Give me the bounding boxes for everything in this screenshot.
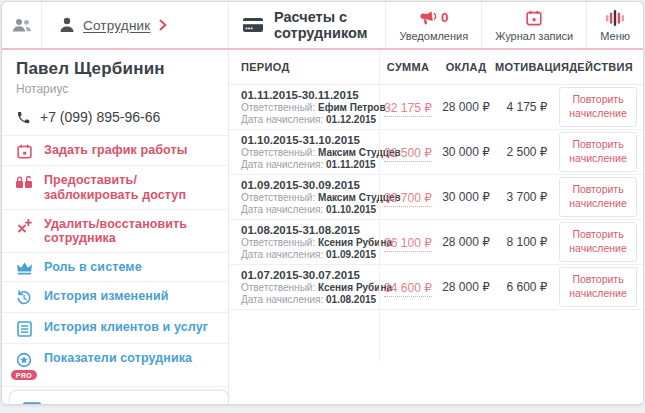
header-motivation: МОТИВАЦИЯ	[495, 61, 569, 73]
sidebar-item-delete-restore[interactable]: Удалить/восстановить сотрудника	[2, 210, 228, 254]
period-range: 01.11.2015-30.11.2015	[241, 89, 379, 101]
motivation-value: 2 500 ₽	[495, 145, 559, 159]
sidebar-item-system-role[interactable]: Роль в системе	[2, 253, 228, 282]
sum-value-link[interactable]: 36 100 ₽	[384, 236, 432, 252]
accrual-date-line: Дата начисления: 01.10.2015	[241, 204, 379, 215]
table-column-divider	[379, 50, 380, 362]
sidebar-item-client-history[interactable]: История клиентов и услуг	[2, 313, 228, 344]
sum-value-link[interactable]: 32 175 ₽	[384, 101, 432, 117]
accrual-date-line: Дата начисления: 01.08.2015	[241, 294, 379, 305]
card-icon	[23, 402, 41, 405]
person-icon	[60, 17, 74, 33]
equalizer-heart-icon	[605, 9, 625, 27]
sidebar-item-settlements-selected[interactable]: PRO Расчеты с сотрудником	[9, 390, 229, 405]
table-header-row: ПЕРИОД СУММА ОКЛАД МОТИВАЦИЯ ДЕЙСТВИЯ	[229, 50, 643, 85]
salary-value: 28 000 ₽	[437, 235, 495, 249]
clients-nav-button[interactable]	[2, 2, 42, 48]
motivation-value: 6 600 ₽	[495, 280, 559, 294]
repeat-accrual-button[interactable]: Повторить начисление	[559, 87, 637, 126]
notifications-count-badge: 0	[441, 10, 449, 25]
page-title: Расчеты с сотрудником	[229, 2, 385, 48]
journal-label: Журнал записи	[495, 30, 573, 42]
calendar-icon	[14, 143, 34, 159]
phone-number: +7 (099) 895-96-66	[40, 109, 160, 125]
header-actions: ДЕЙСТВИЯ	[569, 61, 644, 73]
responsible-line: Ответственный: Максим Студцев	[241, 147, 379, 158]
settlements-table: ПЕРИОД СУММА ОКЛАД МОТИВАЦИЯ ДЕЙСТВИЯ 01…	[229, 50, 643, 404]
header-salary: ОКЛАД	[437, 61, 495, 73]
responsible-line: Ответственный: Максим Студцев	[241, 192, 379, 203]
notifications-label: Уведомления	[399, 30, 468, 42]
crown-icon	[14, 260, 34, 275]
header-sum: СУММА	[379, 61, 437, 73]
list-icon	[14, 320, 34, 337]
delete-restore-icon	[14, 217, 34, 234]
history-icon	[14, 289, 34, 306]
motivation-value: 8 100 ₽	[495, 235, 559, 249]
repeat-accrual-button[interactable]: Повторить начисление	[559, 222, 637, 261]
chevron-right-icon	[159, 19, 167, 31]
breadcrumb-label: Сотрудник	[83, 18, 150, 33]
menu-label: Меню	[600, 30, 630, 42]
salary-value: 28 000 ₽	[437, 100, 495, 114]
repeat-accrual-button[interactable]: Повторить начисление	[559, 177, 637, 216]
repeat-accrual-button[interactable]: Повторить начисление	[559, 132, 637, 171]
employee-role: Нотариус	[16, 82, 214, 96]
table-body: 01.11.2015-30.11.2015 Ответственный: Ефи…	[229, 85, 643, 310]
calendar-icon	[526, 10, 542, 26]
table-row: 01.11.2015-30.11.2015 Ответственный: Ефи…	[229, 85, 643, 130]
employee-profile: Павел Щербинин Нотариус	[2, 50, 228, 101]
header-period: ПЕРИОД	[229, 61, 379, 73]
sum-value-link[interactable]: 34 600 ₽	[384, 281, 432, 297]
app-window: Сотрудник Расчеты с сотрудником	[1, 1, 644, 405]
employee-sidebar: Павел Щербинин Нотариус +7 (099) 895-96-…	[2, 50, 229, 404]
responsible-line: Ответственный: Ефим Петров	[241, 102, 379, 113]
phone-icon	[16, 110, 31, 125]
accrual-date-line: Дата начисления: 01.11.2015	[241, 159, 379, 170]
sum-value-link[interactable]: 33 700 ₽	[384, 191, 432, 207]
motivation-value: 4 175 ₽	[495, 100, 559, 114]
people-icon	[11, 17, 33, 34]
pro-badge: PRO	[11, 370, 36, 380]
menu-button[interactable]: Меню	[586, 2, 643, 48]
megaphone-icon	[419, 10, 438, 26]
sum-value-link[interactable]: 32 500 ₽	[384, 146, 432, 162]
salary-value: 28 000 ₽	[437, 280, 495, 294]
employee-breadcrumb[interactable]: Сотрудник	[42, 2, 229, 48]
responsible-line: Ответственный: Ксения Рубина	[241, 237, 379, 248]
salary-value: 30 000 ₽	[437, 145, 495, 159]
accrual-date-line: Дата начисления: 01.09.2015	[241, 249, 379, 260]
responsible-line: Ответственный: Ксения Рубина	[241, 282, 379, 293]
sidebar-item-set-schedule[interactable]: Задать график работы	[2, 136, 228, 166]
top-actions: 0 Уведомления Журнал записи	[385, 2, 643, 48]
top-bar: Сотрудник Расчеты с сотрудником	[2, 2, 643, 50]
repeat-accrual-button[interactable]: Повторить начисление	[559, 267, 637, 306]
sidebar-item-grant-block-access[interactable]: Предоставить/заблокировать доступ	[2, 166, 228, 210]
accrual-date-line: Дата начисления: 01.12.2015	[241, 114, 379, 125]
period-range: 01.09.2015-30.09.2015	[241, 179, 379, 191]
motivation-value: 3 700 ₽	[495, 190, 559, 204]
table-row: 01.08.2015-31.08.2015 Ответственный: Ксе…	[229, 220, 643, 265]
period-range: 01.07.2015-30.07.2015	[241, 269, 379, 281]
journal-button[interactable]: Журнал записи	[481, 2, 586, 48]
medal-icon	[16, 352, 32, 368]
period-range: 01.10.2015-31.10.2015	[241, 134, 379, 146]
page-title-label: Расчеты с сотрудником	[274, 9, 385, 41]
sidebar-item-change-history[interactable]: История изменений	[2, 282, 228, 313]
locks-icon	[14, 173, 34, 189]
table-row: 01.09.2015-30.09.2015 Ответственный: Мак…	[229, 175, 643, 220]
table-row: 01.10.2015-31.10.2015 Ответственный: Мак…	[229, 130, 643, 175]
employee-phone: +7 (099) 895-96-66	[2, 101, 228, 136]
card-icon	[243, 18, 263, 32]
sidebar-item-employee-metrics[interactable]: PRO Показатели сотрудника	[2, 344, 228, 387]
employee-name: Павел Щербинин	[16, 59, 214, 79]
salary-value: 30 000 ₽	[437, 190, 495, 204]
table-row: 01.07.2015-30.07.2015 Ответственный: Ксе…	[229, 265, 643, 310]
period-range: 01.08.2015-31.08.2015	[241, 224, 379, 236]
notifications-button[interactable]: 0 Уведомления	[385, 2, 481, 48]
